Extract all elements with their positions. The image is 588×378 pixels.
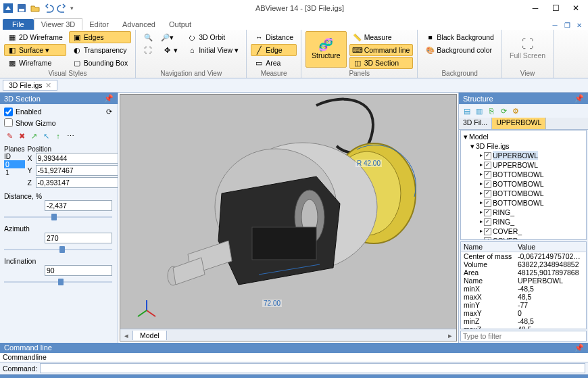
file-menu[interactable]: File — [3, 19, 34, 30]
property-row[interactable]: minZ-48,5 — [461, 317, 586, 325]
pin-icon[interactable]: 📌 — [574, 344, 584, 352]
struct-tool-5-icon[interactable]: ⚙ — [510, 105, 521, 116]
pos-y-input[interactable] — [36, 165, 118, 176]
struct-tool-1-icon[interactable]: ▤ — [462, 105, 472, 116]
tool-z-icon[interactable]: ↑ — [53, 131, 64, 141]
plane-row[interactable]: 1 — [4, 168, 25, 176]
btn-zoom-extents[interactable]: ⛶ — [140, 44, 156, 56]
tool-x-icon[interactable]: ↗ — [28, 131, 39, 141]
open-icon[interactable] — [30, 3, 41, 14]
property-row[interactable]: maxX48,5 — [461, 293, 586, 301]
tab-prev-icon[interactable]: ◂ — [120, 331, 132, 339]
struct-tab-upper[interactable]: UPPERBOWL — [492, 118, 546, 129]
property-row[interactable]: NameUPPERBOWL — [461, 277, 586, 285]
filter-input[interactable] — [460, 331, 587, 341]
viewport[interactable]: R 42.00 72.00 ◂Model▸ — [120, 94, 457, 341]
property-row[interactable]: Center of mass-0,0672149757027111... — [461, 252, 586, 260]
group-nav: Navigation and View — [140, 69, 242, 78]
btn-initial-view[interactable]: ⌂Initial View ▾ — [184, 44, 242, 56]
planes-list[interactable]: Planes ID 0 1 — [4, 145, 25, 189]
struct-tab-file[interactable]: 3D Fil... — [459, 118, 492, 129]
pos-z-input[interactable] — [36, 177, 118, 188]
btn-cmd-panel[interactable]: ⌨Command line — [349, 44, 414, 56]
btn-bounding[interactable]: ▢Bounding Box — [69, 57, 131, 69]
btn-zoom-out[interactable]: 🔎▾ — [159, 31, 181, 43]
tree-item[interactable]: ▸✓BOTTOMBOWL — [462, 198, 585, 208]
btn-transparency[interactable]: ◐Transparency — [69, 44, 131, 56]
btn-surface[interactable]: ◧Surface ▾ — [4, 44, 66, 56]
pin-icon[interactable]: 📌 — [104, 94, 114, 103]
azimuth-slider[interactable] — [4, 245, 112, 254]
tool-more-icon[interactable]: ⋯ — [65, 131, 76, 141]
btn-zoom-in[interactable]: 🔍 — [140, 31, 156, 43]
btn-black-bg[interactable]: ■Black Background — [422, 31, 497, 43]
tree-item[interactable]: ▸✓BOTTOMBOWL — [462, 189, 585, 198]
property-row[interactable]: Volume63822,2348948852 — [461, 260, 586, 268]
btn-structure[interactable]: 🧬Structure — [305, 31, 347, 68]
tree-item[interactable]: ▸✓RING_ — [462, 217, 585, 227]
btn-fullscreen[interactable]: ⛶Full Screen — [506, 31, 549, 68]
undo-icon[interactable] — [43, 3, 54, 14]
inclination-slider[interactable] — [4, 277, 112, 287]
btn-edge[interactable]: ╱Edge — [251, 44, 297, 56]
struct-tool-2-icon[interactable]: ▥ — [474, 105, 485, 116]
btn-3d-section[interactable]: ◫3D Section — [349, 57, 414, 69]
save-icon[interactable] — [16, 3, 27, 14]
gizmo-checkbox[interactable] — [4, 118, 13, 127]
distance-slider[interactable] — [4, 212, 112, 222]
window-minimize-icon[interactable]: ─ — [550, 20, 560, 30]
property-row[interactable]: maxZ48,5 — [461, 325, 586, 329]
tree-item[interactable]: ▸✓COVER_ — [462, 236, 585, 240]
tool-y-icon[interactable]: ↖ — [41, 131, 51, 141]
tool-del-icon[interactable]: ✖ — [16, 131, 27, 141]
tree-item[interactable]: ▸✓UPPERBOWL — [462, 160, 585, 170]
btn-area[interactable]: ▭Area — [251, 57, 297, 69]
btn-wireframe[interactable]: ▩Wireframe — [4, 57, 66, 69]
btn-distance[interactable]: ↔Distance — [251, 31, 297, 43]
tab-output[interactable]: Output — [162, 19, 198, 30]
cmd-input[interactable] — [40, 363, 585, 373]
struct-tool-4-icon[interactable]: ⟳ — [498, 105, 509, 116]
btn-edges[interactable]: ▣Edges — [69, 31, 131, 43]
pos-x-input[interactable] — [36, 153, 118, 164]
btn-pan[interactable]: ✥▾ — [159, 44, 181, 56]
distance-input[interactable] — [45, 200, 112, 211]
pin-icon[interactable]: 📌 — [574, 94, 584, 103]
minimize-button[interactable]: ─ — [526, 2, 545, 14]
window-close-icon[interactable]: ✕ — [574, 20, 584, 30]
struct-tool-3-icon[interactable]: ⎘ — [486, 105, 497, 116]
inclination-input[interactable] — [45, 265, 112, 276]
property-row[interactable]: maxY0 — [461, 309, 586, 317]
refresh-icon[interactable]: ⟳ — [104, 107, 114, 116]
btn-3d-orbit[interactable]: ⭮3D Orbit — [184, 31, 242, 43]
window-restore-icon[interactable]: ❐ — [562, 20, 572, 30]
tab-next-icon[interactable]: ▸ — [444, 331, 456, 339]
tree-item[interactable]: ▸✓RING_ — [462, 208, 585, 217]
close-tab-icon[interactable]: ✕ — [45, 81, 51, 89]
tree-item[interactable]: ▸✓COVER_ — [462, 227, 585, 236]
azimuth-input[interactable] — [45, 233, 112, 243]
tab-viewer3d[interactable]: Viewer 3D — [34, 18, 83, 30]
tree-item[interactable]: ▸✓BOTTOMBOWL — [462, 170, 585, 179]
tab-editor[interactable]: Editor — [82, 19, 116, 30]
redo-icon[interactable] — [57, 3, 68, 14]
property-row[interactable]: minY-77 — [461, 301, 586, 309]
model-tab[interactable]: Model — [132, 331, 167, 340]
tab-advanced[interactable]: Advanced — [116, 19, 162, 30]
property-row[interactable]: minX-48,5 — [461, 285, 586, 293]
tool-add-icon[interactable]: ✎ — [4, 131, 15, 141]
btn-2d-wireframe[interactable]: ▦2D Wireframe — [4, 31, 66, 43]
section-panel: 3D Section📌 Enabled ⟳ Show Gizmo ✎ ✖ ↗ ↖… — [0, 93, 118, 343]
document-tab[interactable]: 3D File.igs✕ — [3, 80, 57, 91]
btn-measure-panel[interactable]: 📏Measure — [349, 31, 414, 43]
plane-row[interactable]: 0 — [4, 160, 25, 168]
structure-tree[interactable]: ▾Model ▾3D File.igs ▸✓UPPERBOWL▸✓UPPERBO… — [460, 130, 587, 240]
enabled-checkbox[interactable] — [4, 108, 13, 116]
tree-item[interactable]: ▸✓UPPERBOWL — [462, 151, 585, 160]
maximize-button[interactable]: ☐ — [546, 2, 565, 14]
tree-item[interactable]: ▸✓BOTTOMBOWL — [462, 179, 585, 189]
btn-bg-color[interactable]: 🎨Background color — [422, 44, 497, 56]
property-row[interactable]: Area48125,9017897868 — [461, 268, 586, 277]
close-button[interactable]: ✕ — [566, 2, 585, 14]
zoom-extents-icon: ⛶ — [143, 45, 153, 55]
